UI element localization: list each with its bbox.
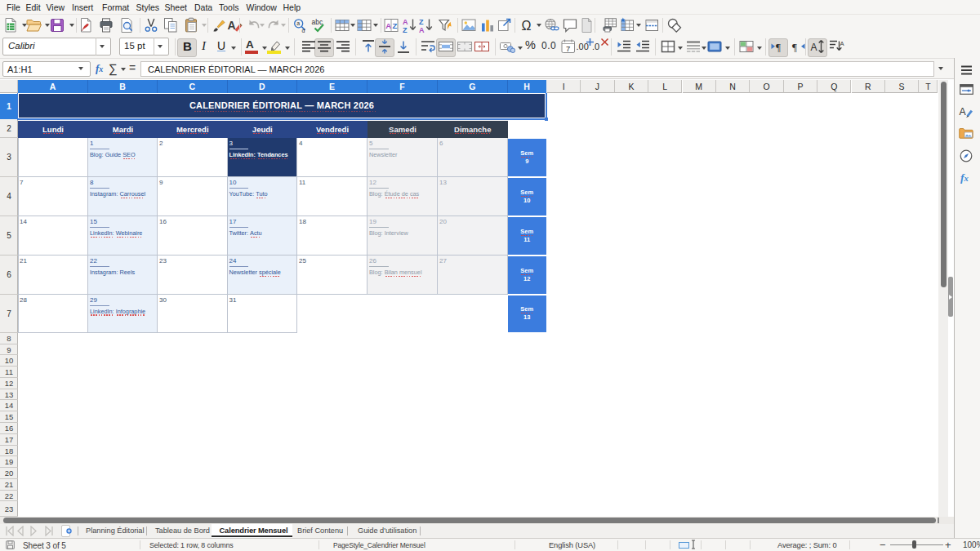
- svg-text:a: a: [296, 20, 300, 26]
- svg-text:Z: Z: [393, 21, 398, 30]
- svg-text:Ω: Ω: [522, 19, 532, 33]
- svg-text:A: A: [840, 40, 844, 47]
- svg-text:Z: Z: [403, 26, 408, 34]
- svg-text:A: A: [960, 106, 967, 118]
- svg-text:A: A: [228, 19, 236, 32]
- svg-text:7: 7: [566, 43, 570, 52]
- svg-text:A: A: [419, 26, 425, 34]
- svg-text:d: d: [302, 28, 305, 33]
- svg-text:A: A: [403, 18, 408, 26]
- svg-text:Z: Z: [419, 18, 424, 26]
- svg-text:¶: ¶: [792, 40, 797, 52]
- svg-text:A: A: [810, 41, 817, 52]
- svg-text:abc: abc: [312, 18, 323, 26]
- svg-text:¶: ¶: [776, 40, 781, 52]
- svg-text:A: A: [385, 21, 391, 30]
